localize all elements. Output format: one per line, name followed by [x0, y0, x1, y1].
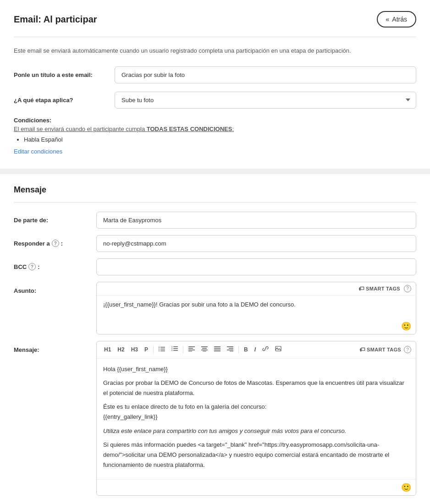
toolbar-separator-2 [183, 346, 183, 353]
edit-conditions-link[interactable]: Editar condiciones [14, 148, 62, 155]
chevron-left-icon: « [386, 16, 390, 23]
bcc-help-icon[interactable]: ? [28, 263, 36, 270]
svg-rect-22 [214, 350, 221, 351]
toolbar-image-button[interactable] [272, 344, 284, 356]
top-header: Email: Al participar « Atrás [14, 11, 416, 27]
toolbar-h2-button[interactable]: H2 [115, 345, 127, 355]
svg-point-5 [159, 350, 160, 351]
svg-rect-8 [173, 350, 178, 351]
title-label: Ponle un título a este email: [14, 71, 115, 78]
conditions-description: El email se enviará cuando el participan… [14, 126, 416, 132]
ordered-list-icon: 123 [171, 346, 178, 351]
svg-point-4 [159, 348, 160, 349]
svg-rect-13 [188, 348, 193, 349]
svg-rect-12 [188, 346, 195, 347]
conditions-highlight: TODAS ESTAS CONDICIONES [147, 126, 232, 132]
toolbar-ul-button[interactable] [156, 344, 168, 356]
mensaje-smart-tags-label: SMART TAGS [367, 347, 401, 352]
bcc-label: BCC ? : [14, 263, 96, 270]
mensaje-para-2: Gracias por probar la DEMO de Concurso d… [103, 378, 409, 398]
conditions-prefix: El email se enviará cuando el participan… [14, 126, 147, 132]
mensaje-para-5: Si quieres más información puedes <a tar… [103, 440, 409, 470]
svg-rect-18 [201, 350, 208, 351]
svg-text:3: 3 [171, 349, 173, 351]
reply-to-label: Responder a ? : [14, 240, 96, 247]
asunto-footer: 🙂 [97, 318, 416, 334]
unordered-list-icon [159, 346, 165, 352]
conditions-list: Habla Español [14, 136, 416, 143]
toolbar-separator-1 [153, 346, 154, 353]
toolbar-bold-button[interactable]: B [241, 345, 251, 355]
svg-rect-14 [188, 350, 195, 351]
align-justify-icon [214, 346, 221, 351]
asunto-text: ¡{{user_first_name}}! Gracias por subir … [103, 301, 296, 308]
mensaje-smart-tags-help-icon[interactable]: ? [404, 346, 411, 353]
toolbar-align-center-button[interactable] [198, 345, 210, 355]
reply-to-help-icon[interactable]: ? [52, 240, 59, 247]
toolbar-align-justify-button[interactable] [211, 345, 223, 355]
mensaje-section-title: Mensaje [14, 185, 416, 195]
toolbar-left: H1 H2 H3 P 123 [101, 344, 358, 356]
from-input[interactable] [96, 212, 416, 229]
back-button[interactable]: « Atrás [377, 11, 416, 27]
svg-rect-16 [201, 346, 208, 347]
image-icon [275, 345, 281, 352]
asunto-emoji-button[interactable]: 🙂 [401, 321, 411, 331]
align-right-icon [227, 346, 233, 351]
toolbar-h3-button[interactable]: H3 [128, 345, 141, 355]
svg-rect-24 [227, 346, 233, 347]
toolbar-ol-button[interactable]: 123 [169, 345, 181, 355]
svg-rect-15 [188, 351, 192, 351]
from-label: De parte de: [14, 217, 96, 224]
bcc-input[interactable] [96, 258, 416, 275]
mensaje-toolbar: H1 H2 H3 P 123 [97, 341, 416, 359]
toolbar-h1-button[interactable]: H1 [101, 345, 114, 355]
conditions-title: Condiciones: [14, 117, 416, 124]
toolbar-p-button[interactable]: P [142, 345, 151, 355]
back-label: Atrás [392, 16, 407, 23]
align-left-icon [188, 346, 195, 351]
conditions-suffix: : [232, 126, 234, 132]
mensaje-label: Mensaje: [14, 341, 96, 353]
asunto-toolbar: 🏷 SMART TAGS ? [97, 282, 416, 296]
asunto-smart-tags-help-icon[interactable]: ? [404, 285, 411, 292]
svg-rect-7 [173, 348, 178, 349]
svg-rect-19 [203, 351, 206, 351]
asunto-smart-tags-button[interactable]: 🏷 SMART TAGS [358, 285, 400, 292]
mensaje-smart-tags-button[interactable]: 🏷 SMART TAGS [359, 346, 401, 353]
toolbar-align-left-button[interactable] [186, 345, 198, 355]
reply-to-row: Responder a ? : [14, 235, 416, 252]
toolbar-italic-button[interactable]: I [252, 345, 259, 355]
mensaje-para-3: Éste es tu enlace directo de tu foto en … [103, 402, 409, 422]
mensaje-para-1: Hola {{user_first_name}} [103, 364, 409, 374]
svg-rect-26 [227, 350, 233, 351]
page-title: Email: Al participar [14, 14, 97, 25]
mensaje-editor: H1 H2 H3 P 123 [96, 341, 416, 496]
asunto-row: Asunto: 🏷 SMART TAGS ? ¡{{user_first_nam… [14, 282, 416, 334]
svg-rect-23 [214, 351, 221, 351]
toolbar-align-right-button[interactable] [224, 345, 236, 355]
description-text: Este email se enviará automáticamente cu… [14, 46, 416, 55]
mensaje-row: Mensaje: H1 H2 H3 P 123 [14, 341, 416, 496]
mensaje-emoji-button[interactable]: 🙂 [401, 482, 411, 493]
reply-to-input[interactable] [96, 235, 416, 252]
from-row: De parte de: [14, 212, 416, 229]
mensaje-content[interactable]: Hola {{user_first_name}} Gracias por pro… [97, 359, 416, 479]
condition-item: Habla Español [24, 136, 416, 143]
title-row: Ponle un título a este email: [14, 66, 416, 83]
bcc-row: BCC ? : [14, 258, 416, 275]
title-input[interactable] [115, 66, 416, 83]
toolbar-right: 🏷 SMART TAGS ? [359, 346, 411, 353]
svg-rect-25 [229, 348, 233, 349]
svg-point-3 [159, 346, 160, 347]
svg-rect-1 [160, 349, 165, 350]
stage-select[interactable]: Sube tu foto [115, 92, 416, 109]
stage-row: ¿A qué etapa aplica? Sube tu foto [14, 92, 416, 109]
asunto-editor: 🏷 SMART TAGS ? ¡{{user_first_name}}! Gra… [96, 282, 416, 334]
bottom-section: Mensaje De parte de: Responder a ? : BCC… [0, 174, 430, 504]
asunto-label: Asunto: [14, 282, 96, 294]
mensaje-divider [14, 202, 416, 203]
align-center-icon [201, 346, 208, 351]
asunto-content[interactable]: ¡{{user_first_name}}! Gracias por subir … [97, 296, 416, 318]
toolbar-link-button[interactable] [259, 344, 271, 356]
